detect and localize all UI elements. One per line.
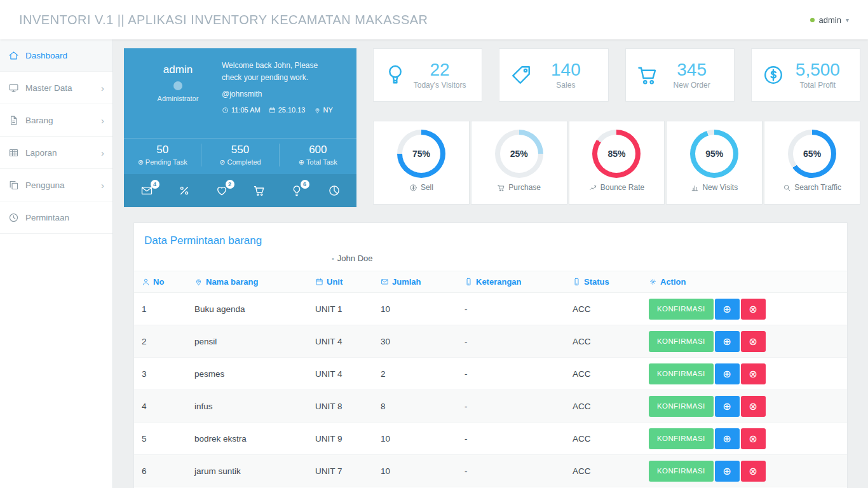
sidebar-item-dashboard[interactable]: Dashboard xyxy=(0,39,112,72)
sidebar-item-master-data[interactable]: Master Data › xyxy=(0,72,112,104)
cell-jumlah: 30 xyxy=(381,325,465,358)
time-meta: 11:05 AM xyxy=(222,106,261,114)
stat-value: 22 xyxy=(407,60,473,80)
user-icon xyxy=(142,278,150,286)
cell-nama: bodrek ekstra xyxy=(194,423,315,455)
konfirmasi-button[interactable]: KONFIRMASI xyxy=(649,299,714,320)
cart-button[interactable] xyxy=(248,180,270,201)
favorites-button[interactable]: 2 xyxy=(211,180,233,201)
cell-nama: Buku agenda xyxy=(194,293,315,325)
reject-button[interactable]: ⊗ xyxy=(741,363,766,384)
progress-label: Bounce Rate xyxy=(600,183,644,192)
progress-label: Sell xyxy=(421,183,433,192)
konfirmasi-button[interactable]: KONFIRMASI xyxy=(649,363,714,384)
cell-keterangan: - xyxy=(465,325,573,358)
tag-icon xyxy=(510,64,532,86)
table-row: 3 pesmes UNIT 4 2 - ACC KONFIRMASI⊕⊗ xyxy=(134,358,847,390)
approve-button[interactable]: ⊕ xyxy=(715,461,740,482)
percent-icon xyxy=(178,184,191,197)
sidebar-item-pengguna[interactable]: Pengguna › xyxy=(0,169,112,201)
chevron-right-icon: › xyxy=(101,147,104,158)
sidebar-item-laporan[interactable]: Laporan › xyxy=(0,137,112,169)
discounts-button[interactable] xyxy=(173,180,195,201)
donut-chart-new-visits: 95% xyxy=(690,130,738,178)
cell-no: 6 xyxy=(134,455,194,487)
progress-card-new-visits: 95% New Visits xyxy=(666,121,763,205)
stat-value: 550 xyxy=(201,144,278,156)
balloon-icon xyxy=(384,64,407,86)
table-subtitle: •John Doe xyxy=(144,247,837,264)
col-header-no[interactable]: No xyxy=(134,271,194,293)
sidebar-item-barang[interactable]: Barang › xyxy=(0,104,112,137)
progress-card-sell: 75% Sell xyxy=(373,121,470,205)
sidebar-item-permintaan[interactable]: Permintaan xyxy=(0,201,112,234)
reject-button[interactable]: ⊗ xyxy=(741,331,766,352)
reject-button[interactable]: ⊗ xyxy=(741,396,766,417)
cell-no: 3 xyxy=(134,358,194,390)
location-meta: NY xyxy=(314,106,333,114)
cell-keterangan: - xyxy=(465,390,573,423)
cell-action: KONFIRMASI⊕⊗ xyxy=(649,390,847,423)
konfirmasi-button[interactable]: KONFIRMASI xyxy=(649,428,714,449)
welcome-text: Welcome back John, Please check your pen… xyxy=(222,60,336,83)
col-header-action[interactable]: Action xyxy=(649,271,847,293)
cell-status: ACC xyxy=(573,293,649,325)
stat-card-sales: 140 Sales xyxy=(499,48,608,102)
profile-name: admin xyxy=(134,64,222,76)
cell-keterangan: - xyxy=(465,423,573,455)
ideas-button[interactable]: 6 xyxy=(286,180,308,201)
col-header-unit[interactable]: Unit xyxy=(315,271,381,293)
approve-button[interactable]: ⊕ xyxy=(715,299,740,320)
cell-action: KONFIRMASI⊕⊗ xyxy=(649,455,847,487)
stat-card-total-profit: 5,500 Total Profit xyxy=(751,48,860,102)
sidebar-item-label: Dashboard xyxy=(25,51,67,60)
cell-no: 2 xyxy=(134,325,194,358)
cell-keterangan: - xyxy=(465,358,573,390)
envelope-icon xyxy=(381,278,389,286)
reject-button[interactable]: ⊗ xyxy=(741,461,766,482)
progress-label: New Visits xyxy=(702,183,738,192)
messages-button[interactable]: 4 xyxy=(136,180,158,201)
reject-button[interactable]: ⊗ xyxy=(741,428,766,449)
stat-label: Total Task xyxy=(306,158,337,166)
konfirmasi-button[interactable]: KONFIRMASI xyxy=(649,461,714,482)
clock-icon xyxy=(8,212,19,223)
col-header-keterangan[interactable]: Keterangan xyxy=(465,271,573,293)
stat-value: 5,500 xyxy=(785,60,851,80)
cell-jumlah: 10 xyxy=(381,423,465,455)
col-header-nama-barang[interactable]: Nama barang xyxy=(194,271,315,293)
col-header-status[interactable]: Status xyxy=(573,271,649,293)
copy-icon xyxy=(8,180,19,191)
bullet-icon: • xyxy=(332,255,334,262)
col-header-jumlah[interactable]: Jumlah xyxy=(381,271,465,293)
badge: 6 xyxy=(301,180,309,189)
badge: 2 xyxy=(226,180,234,189)
stat-label: Total Profit xyxy=(785,81,851,90)
reports-button[interactable] xyxy=(323,180,345,201)
monitor-icon xyxy=(8,83,19,93)
approve-button[interactable]: ⊕ xyxy=(715,428,740,449)
konfirmasi-button[interactable]: KONFIRMASI xyxy=(649,331,714,352)
dollar-circle-icon xyxy=(762,64,785,86)
approve-button[interactable]: ⊕ xyxy=(715,396,740,417)
cell-status: ACC xyxy=(573,325,649,358)
approve-button[interactable]: ⊕ xyxy=(715,331,740,352)
x-circle-icon: ⊗ xyxy=(138,158,144,166)
stat-value: 140 xyxy=(532,60,599,80)
konfirmasi-button[interactable]: KONFIRMASI xyxy=(649,396,714,417)
approve-button[interactable]: ⊕ xyxy=(715,363,740,384)
profile-toolbar: 4 2 6 xyxy=(124,174,356,207)
pin-icon xyxy=(314,107,321,114)
cell-nama: jarum suntik xyxy=(194,455,315,487)
dollar-circle-icon xyxy=(409,184,417,192)
donut-chart-bounce-rate: 85% xyxy=(592,130,641,178)
user-menu[interactable]: admin ▾ xyxy=(810,15,849,25)
online-status-dot xyxy=(810,18,815,22)
phone-icon xyxy=(573,278,581,286)
progress-label: Purchase xyxy=(508,183,541,192)
pie-chart-icon xyxy=(328,184,341,197)
table-header-row: No Nama barang Unit Jumlah Keterangan St… xyxy=(134,271,847,293)
reject-button[interactable]: ⊗ xyxy=(741,299,766,320)
total-task-stat: 600 ⊕Total Task xyxy=(279,144,356,166)
cell-action: KONFIRMASI⊕⊗ xyxy=(649,293,847,325)
